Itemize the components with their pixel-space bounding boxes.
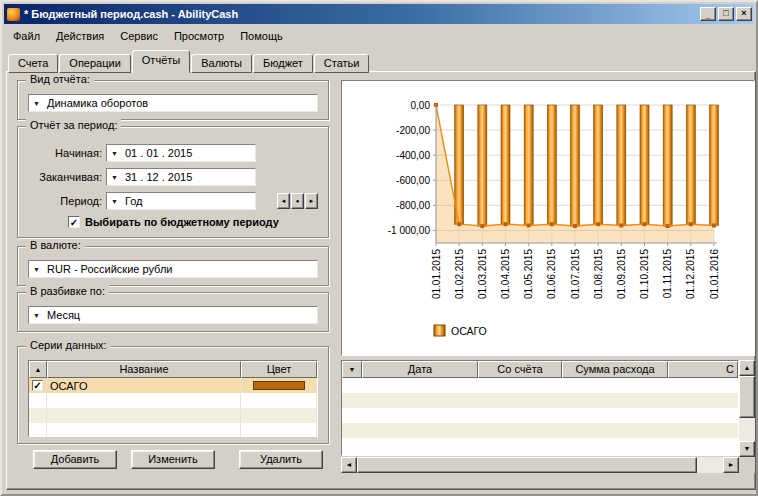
- tab-strip: Счета Операции Отчёты Валюты Бюджет Стат…: [8, 50, 370, 73]
- spin-right-button[interactable]: ►: [305, 193, 318, 209]
- chart-panel: 0,00-200,00-400,00-600,00-800,00-1 000,0…: [341, 80, 755, 356]
- report-period-legend: Отчёт за период:: [26, 119, 121, 131]
- series-table-header: ▲ Название Цвет: [29, 361, 317, 378]
- spin-left-button[interactable]: ◄: [277, 193, 290, 209]
- table-row[interactable]: [342, 408, 738, 423]
- table-row[interactable]: [342, 378, 738, 393]
- series-empty-row[interactable]: [29, 423, 317, 437]
- svg-text:01.06.2015: 01.06.2015: [546, 249, 557, 299]
- add-button[interactable]: Добавить: [33, 450, 117, 469]
- menu-item-service[interactable]: Сервис: [112, 28, 166, 44]
- combo-breakdown[interactable]: ▼ Месяц: [28, 306, 318, 324]
- check-icon: ✓: [70, 217, 78, 228]
- column-header-expense-amount[interactable]: Сумма расхода: [562, 361, 668, 378]
- tab-categories[interactable]: Статьи: [314, 54, 370, 73]
- combo-end-date[interactable]: ▼ 31 . 12 . 2015: [106, 168, 256, 186]
- app-icon: [7, 8, 20, 21]
- svg-text:01.07.2015: 01.07.2015: [570, 249, 581, 299]
- v-scroll-thumb[interactable]: [739, 376, 755, 418]
- spin-center-button[interactable]: ●: [291, 193, 304, 209]
- series-empty-row[interactable]: [29, 408, 317, 423]
- column-header-date[interactable]: Дата: [362, 361, 478, 378]
- series-row-osago[interactable]: ✓ ОСАГО: [29, 378, 317, 393]
- tab-accounts[interactable]: Счета: [8, 54, 58, 73]
- minimize-button[interactable]: _: [700, 7, 716, 21]
- svg-text:01.02.2015: 01.02.2015: [454, 249, 465, 299]
- svg-text:01.10.2015: 01.10.2015: [639, 249, 650, 299]
- dropdown-arrow-icon[interactable]: ▼: [29, 266, 44, 273]
- bottom-table: ▼ Дата Со счёта Сумма расхода С: [341, 360, 739, 456]
- svg-text:-600,00: -600,00: [396, 175, 430, 186]
- chart-bars: [455, 105, 719, 226]
- svg-text:0,00: 0,00: [411, 100, 431, 111]
- column-header-truncated[interactable]: С: [668, 361, 738, 378]
- budget-period-checkbox[interactable]: ✓: [68, 216, 80, 228]
- menu-item-view[interactable]: Просмотр: [166, 28, 232, 44]
- combo-start-date[interactable]: ▼ 01 . 01 . 2015: [106, 144, 256, 162]
- close-button[interactable]: ×: [736, 7, 752, 21]
- column-header-from-account[interactable]: Со счёта: [478, 361, 562, 378]
- svg-text:01.12.2015: 01.12.2015: [685, 249, 696, 299]
- table-row[interactable]: [342, 438, 738, 453]
- breakdown-value: Месяц: [44, 309, 80, 321]
- combo-period[interactable]: ▼ Год: [106, 192, 256, 210]
- chart: 0,00-200,00-400,00-600,00-800,00-1 000,0…: [342, 81, 752, 353]
- scroll-up-button[interactable]: ▲: [739, 360, 755, 376]
- table-row[interactable]: [342, 393, 738, 408]
- menu-item-actions[interactable]: Действия: [48, 28, 112, 44]
- period-label: Период:: [22, 192, 102, 210]
- delete-button[interactable]: Удалить: [239, 450, 323, 469]
- scroll-down-button[interactable]: ▼: [739, 441, 755, 457]
- budget-period-checkbox-label[interactable]: Выбирать по бюджетному периоду: [85, 216, 279, 228]
- table-row[interactable]: [342, 423, 738, 438]
- svg-text:01.08.2015: 01.08.2015: [593, 249, 604, 299]
- chart-x-axis-labels: 01.01.201501.02.201501.03.201501.04.2015…: [431, 243, 720, 299]
- end-date-value: 31 . 12 . 2015: [122, 171, 192, 183]
- dropdown-arrow-icon[interactable]: ▼: [29, 100, 44, 107]
- combo-currency[interactable]: ▼ RUR - Российские рубли: [28, 260, 318, 278]
- tab-currencies[interactable]: Валюты: [191, 54, 252, 73]
- column-header-color[interactable]: Цвет: [241, 361, 317, 378]
- h-scrollbar[interactable]: ◄ ►: [341, 457, 739, 473]
- dropdown-arrow-icon[interactable]: ▼: [107, 150, 122, 157]
- main-panel: Вид отчёта: ▼ Динамика оборотов Отчёт за…: [6, 71, 756, 490]
- h-scroll-thumb[interactable]: [357, 457, 697, 473]
- period-spinner: ◄ ● ►: [277, 193, 318, 209]
- series-legend: Серии данных:: [26, 339, 111, 351]
- svg-text:01.01.2015: 01.01.2015: [431, 249, 442, 299]
- menu-item-help[interactable]: Помощь: [232, 28, 291, 44]
- tab-operations[interactable]: Операции: [59, 54, 130, 73]
- series-row-checkbox[interactable]: ✓: [32, 380, 43, 391]
- svg-text:01.11.2015: 01.11.2015: [662, 249, 673, 299]
- scroll-right-button[interactable]: ►: [723, 457, 739, 473]
- svg-text:-400,00: -400,00: [396, 150, 430, 161]
- filter-icon[interactable]: ▼: [342, 361, 362, 378]
- dropdown-arrow-icon[interactable]: ▼: [107, 174, 122, 181]
- dropdown-arrow-icon[interactable]: ▼: [107, 198, 122, 205]
- edit-button[interactable]: Изменить: [131, 450, 215, 469]
- v-scrollbar[interactable]: ▲ ▼: [739, 360, 755, 457]
- check-icon: ✓: [33, 380, 41, 391]
- groupbox-series: Серии данных: ▲ Название Цвет ✓ ОСАГО: [17, 346, 329, 444]
- tab-reports[interactable]: Отчёты: [132, 50, 190, 73]
- maximize-button[interactable]: □: [718, 7, 734, 21]
- svg-text:01.04.2015: 01.04.2015: [500, 249, 511, 299]
- column-header-name[interactable]: Название: [47, 361, 241, 378]
- titlebar[interactable]: * Бюджетный период.cash - AbilityCash _ …: [4, 4, 754, 24]
- menu-item-file[interactable]: Файл: [5, 28, 48, 44]
- start-date-value: 01 . 01 . 2015: [122, 147, 192, 159]
- groupbox-report-type: Вид отчёта: ▼ Динамика оборотов: [17, 80, 329, 120]
- combo-report-type[interactable]: ▼ Динамика оборотов: [28, 94, 318, 112]
- sort-icon[interactable]: ▲: [29, 361, 47, 378]
- currency-value: RUR - Российские рубли: [44, 263, 173, 275]
- period-value: Год: [122, 195, 143, 207]
- tab-budget[interactable]: Бюджет: [253, 54, 313, 73]
- scroll-left-button[interactable]: ◄: [341, 457, 357, 473]
- dropdown-arrow-icon[interactable]: ▼: [29, 312, 44, 319]
- end-date-label: Заканчивая:: [22, 168, 102, 186]
- series-empty-row[interactable]: [29, 393, 317, 408]
- window: * Бюджетный период.cash - AbilityCash _ …: [0, 0, 758, 496]
- scrollbar-corner: [739, 457, 755, 473]
- groupbox-report-period: Отчёт за период: Начиная: ▼ 01 . 01 . 20…: [17, 126, 329, 238]
- breakdown-legend: В разбивке по:: [26, 285, 109, 297]
